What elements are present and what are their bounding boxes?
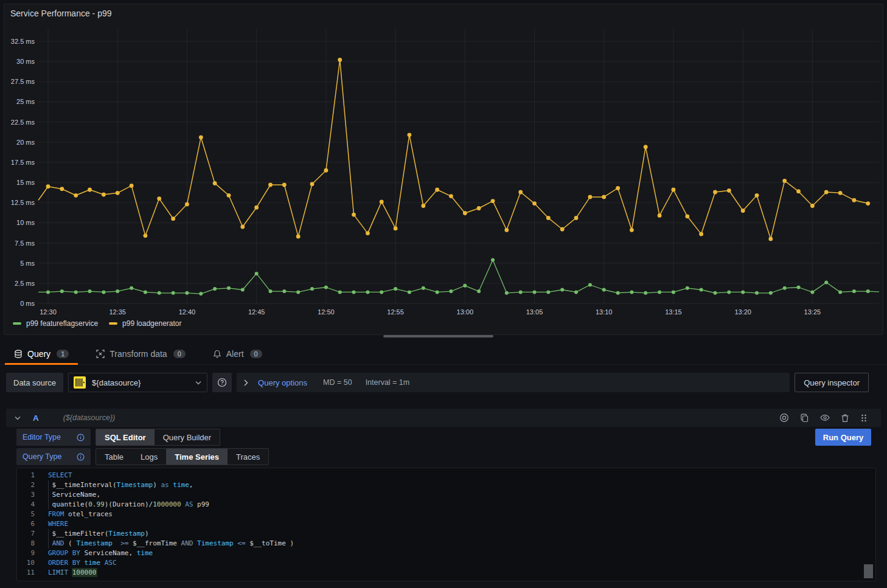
chevron-right-icon (244, 379, 248, 386)
info-icon[interactable] (77, 434, 85, 441)
query-type-row: Query Type Table Logs Time Series Traces (16, 448, 269, 465)
segment-traces[interactable]: Traces (228, 449, 268, 465)
segment-logs[interactable]: Logs (132, 449, 166, 465)
svg-text:30 ms: 30 ms (16, 58, 35, 65)
code-line-7[interactable]: 7 $__timeFilter(Timestamp) (17, 529, 875, 539)
transform-icon (96, 350, 105, 358)
tab-transform-badge: 0 (173, 350, 186, 358)
svg-text:2.5 ms: 2.5 ms (15, 280, 35, 287)
code-line-6[interactable]: 6WHERE (17, 519, 875, 529)
disable-query-icon[interactable] (779, 413, 789, 423)
duplicate-query-icon[interactable] (800, 413, 809, 423)
legend-item[interactable]: p99 loadgenerator (109, 319, 181, 328)
series-featureflagservice (38, 258, 879, 296)
code-line-9[interactable]: 9GROUP BY ServiceName, time (17, 548, 875, 558)
timeseries-chart[interactable]: 0 ms2.5 ms5 ms7.5 ms10 ms12.5 ms15 ms17.… (4, 4, 884, 334)
svg-text:13:25: 13:25 (804, 308, 821, 316)
delete-query-trash-icon[interactable] (841, 413, 849, 423)
svg-text:22.5 ms: 22.5 ms (11, 119, 35, 126)
segment-query-builder[interactable]: Query Builder (155, 429, 220, 445)
y-axis-labels: 0 ms2.5 ms5 ms7.5 ms10 ms12.5 ms15 ms17.… (11, 38, 35, 307)
query-row-header[interactable]: A (${datasource}) (6, 409, 881, 427)
svg-text:12:50: 12:50 (318, 308, 335, 316)
svg-text:15 ms: 15 ms (16, 179, 35, 186)
tab-query-badge: 1 (57, 350, 69, 358)
svg-text:7.5 ms: 7.5 ms (15, 240, 35, 247)
svg-text:25 ms: 25 ms (16, 98, 35, 105)
svg-text:13:20: 13:20 (734, 308, 751, 316)
code-line-4[interactable]: 4 quantile(0.99)(Duration)/1000000 AS p9… (17, 500, 875, 510)
segment-sql-editor[interactable]: SQL Editor (96, 429, 155, 445)
query-type-switcher: Table Logs Time Series Traces (96, 448, 269, 465)
query-ref-id[interactable]: A (33, 413, 39, 423)
tab-query[interactable]: Query 1 (5, 344, 78, 365)
code-line-10[interactable]: 10ORDER BY time ASC (17, 558, 875, 568)
line-content: $__timeInterval(Timestamp) as time, (35, 480, 193, 490)
help-icon (217, 378, 227, 387)
legend-swatch (13, 322, 21, 325)
sql-code-editor[interactable]: 1SELECT2 $__timeInterval(Timestamp) as t… (16, 468, 876, 581)
chart-legend: p99 featureflagservicep99 loadgenerator (13, 319, 182, 328)
tab-query-label: Query (27, 349, 50, 359)
segment-time-series[interactable]: Time Series (166, 449, 228, 465)
svg-text:13:15: 13:15 (665, 308, 682, 316)
line-number: 2 (17, 480, 35, 490)
segment-table[interactable]: Table (96, 449, 132, 465)
svg-text:13:10: 13:10 (596, 308, 613, 316)
svg-text:12:30: 12:30 (40, 308, 57, 316)
datasource-picker[interactable]: ${datasource} (68, 373, 207, 392)
editor-type-label-box: Editor Type (16, 429, 91, 446)
editor-type-label: Editor Type (23, 433, 61, 441)
svg-text:12:55: 12:55 (387, 308, 404, 316)
code-line-8[interactable]: 8 AND ( Timestamp >= $__fromTime AND Tim… (17, 539, 875, 548)
datasource-toolbar: Data source ${datasource} Query op (0, 372, 887, 393)
edit-pane-tabbar: Query 1 Transform data 0 Alert 0 (0, 344, 887, 365)
svg-text:17.5 ms: 17.5 ms (11, 159, 35, 166)
query-options-toggle[interactable]: Query options MD = 50 Interval = 1m (237, 373, 790, 392)
panel-resize-handle[interactable] (383, 335, 493, 337)
line-content: LIMIT 100000 (35, 568, 97, 578)
collapse-chevron-icon[interactable] (15, 416, 21, 420)
svg-text:5 ms: 5 ms (20, 260, 35, 267)
line-number: 3 (17, 490, 35, 500)
datasource-help-button[interactable] (212, 373, 232, 392)
line-number: 5 (17, 510, 35, 519)
line-number: 1 (17, 471, 35, 480)
hide-response-eye-icon[interactable] (820, 413, 830, 423)
tab-alert-badge: 0 (250, 350, 262, 358)
legend-item[interactable]: p99 featureflagservice (13, 319, 98, 328)
svg-text:0 ms: 0 ms (20, 300, 35, 307)
svg-text:12.5 ms: 12.5 ms (11, 199, 35, 206)
svg-text:13:05: 13:05 (526, 308, 543, 316)
query-options-label: Query options (258, 378, 307, 387)
line-number: 7 (17, 529, 35, 539)
tab-alert[interactable]: Alert 0 (204, 344, 271, 365)
info-icon[interactable] (77, 453, 85, 461)
line-content: AND ( Timestamp >= $__fromTime AND Times… (35, 539, 294, 548)
code-line-2[interactable]: 2 $__timeInterval(Timestamp) as time, (17, 480, 875, 490)
query-row-actions (779, 413, 868, 423)
editor-type-switcher: SQL Editor Query Builder (96, 429, 220, 446)
database-icon (14, 350, 23, 358)
tab-alert-label: Alert (226, 349, 244, 359)
query-inspector-button[interactable]: Query inspector (795, 373, 869, 392)
svg-text:32.5 ms: 32.5 ms (11, 38, 35, 45)
query-datasource-hint: (${datasource}) (63, 413, 115, 422)
line-content: ORDER BY time ASC (35, 558, 117, 568)
line-number: 10 (17, 558, 35, 568)
tab-transform-data[interactable]: Transform data 0 (87, 344, 195, 365)
svg-text:20 ms: 20 ms (16, 139, 35, 146)
line-content: GROUP BY ServiceName, time (35, 548, 153, 558)
line-content: SELECT (35, 471, 72, 480)
clickhouse-logo-icon (74, 376, 86, 389)
code-line-11[interactable]: 11LIMIT 100000 (17, 568, 875, 578)
code-line-5[interactable]: 5FROM otel_traces (17, 510, 875, 519)
run-query-button[interactable]: Run Query (815, 429, 871, 446)
code-line-1[interactable]: 1SELECT (17, 471, 875, 480)
interval-value: Interval = 1m (366, 378, 410, 387)
code-line-3[interactable]: 3 ServiceName, (17, 490, 875, 500)
svg-text:13:00: 13:00 (457, 308, 474, 316)
drag-handle-grip-icon[interactable] (860, 413, 868, 423)
legend-label: p99 featureflagservice (26, 319, 98, 328)
line-number: 6 (17, 519, 35, 529)
